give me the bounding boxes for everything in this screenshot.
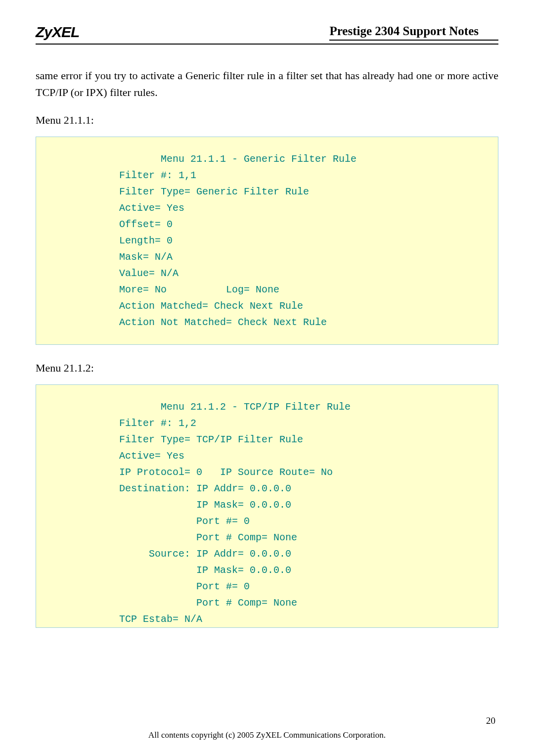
- code-line: IP Mask= 0.0.0.0: [119, 497, 489, 513]
- code-line: IP Protocol= 0 IP Source Route= No: [119, 464, 489, 480]
- brand-logo-text: ZyXEL: [36, 24, 79, 41]
- code-line: Destination: IP Addr= 0.0.0.0: [119, 480, 489, 497]
- code-line: Port #= 0: [119, 578, 489, 595]
- page-header: ZyXEL Prestige 2304 Support Notes: [36, 24, 498, 44]
- menu-2112-label: Menu 21.1.2:: [36, 362, 498, 375]
- intro-paragraph: same error if you try to activate a Gene…: [36, 67, 498, 101]
- code-line: Filter Type= Generic Filter Rule: [119, 184, 489, 200]
- code-2111-wrap: Menu 21.1.1 - Generic Filter RuleFilter …: [45, 151, 489, 331]
- code-line: More= No Log= None: [119, 282, 489, 298]
- code-line: Active= Yes: [119, 448, 489, 464]
- header-divider: [36, 44, 498, 45]
- code-line: Action Matched= Check Next Rule: [119, 298, 489, 314]
- page-number: 20: [486, 715, 495, 726]
- code-line: Port # Comp= None: [119, 529, 489, 546]
- code-line: Value= N/A: [119, 265, 489, 282]
- code-line: Menu 21.1.1 - Generic Filter Rule: [119, 151, 489, 167]
- code-line: Menu 21.1.2 - TCP/IP Filter Rule: [119, 399, 489, 415]
- code-line: Action Not Matched= Check Next Rule: [119, 314, 489, 331]
- code-line: Length= 0: [119, 233, 489, 249]
- code-line: Filter Type= TCP/IP Filter Rule: [119, 431, 489, 448]
- code-line: Port # Comp= None: [119, 595, 489, 611]
- code-line: Source: IP Addr= 0.0.0.0: [119, 546, 489, 562]
- code-line: Filter #: 1,1: [119, 167, 489, 184]
- code-line: Filter #: 1,2: [119, 415, 489, 431]
- code-line: Active= Yes: [119, 200, 489, 216]
- page-title: Prestige 2304 Support Notes: [329, 24, 498, 41]
- code-block-2112: Menu 21.1.2 - TCP/IP Filter RuleFilter #…: [36, 384, 498, 628]
- code-line: Port #= 0: [119, 513, 489, 529]
- code-line: TCP Estab= N/A: [119, 611, 489, 627]
- code-line: IP Mask= 0.0.0.0: [119, 562, 489, 578]
- footer-copyright: All contents copyright (c) 2005 ZyXEL Co…: [0, 730, 534, 740]
- code-line: Offset= 0: [119, 216, 489, 233]
- code-block-2111: Menu 21.1.1 - Generic Filter RuleFilter …: [36, 137, 498, 345]
- code-line: Mask= N/A: [119, 249, 489, 265]
- code-2112-wrap: Menu 21.1.2 - TCP/IP Filter RuleFilter #…: [45, 399, 489, 627]
- menu-2111-label: Menu 21.1.1:: [36, 114, 498, 127]
